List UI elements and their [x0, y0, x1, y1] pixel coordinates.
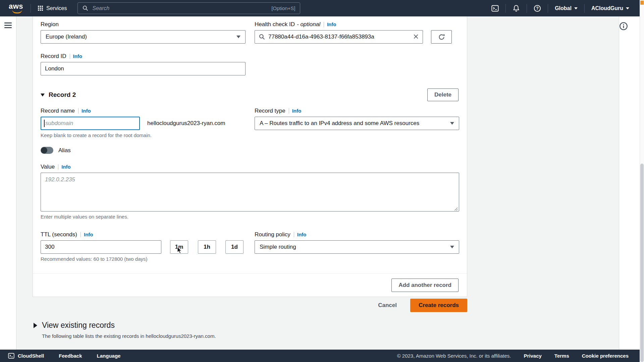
ttl-input[interactable] — [41, 240, 161, 254]
info-panel-icon[interactable] — [619, 22, 640, 31]
ttl-1h-button[interactable]: 1h — [198, 240, 216, 254]
existing-records-description: The following table lists the existing r… — [42, 333, 466, 339]
record-name-input[interactable] — [41, 117, 140, 130]
routing-policy-info-link[interactable]: Info — [294, 232, 307, 237]
ttl-helper-text: Recommended values: 60 to 172800 (two da… — [41, 256, 246, 262]
cancel-button[interactable]: Cancel — [378, 302, 397, 309]
ttl-1m-button[interactable]: 1m — [170, 240, 188, 254]
record-type-select[interactable]: A – Routes traffic to an IPv4 address an… — [255, 117, 459, 130]
global-search-box[interactable]: [Option+S] — [77, 2, 300, 14]
record2-section-title: Record 2 — [49, 91, 76, 99]
divider — [505, 4, 506, 13]
refresh-health-checks-button[interactable] — [431, 30, 452, 44]
domain-suffix-text: hellocloudgurus2023-ryan.com — [147, 120, 225, 127]
record-name-label: Record name — [41, 107, 75, 115]
divider — [31, 4, 31, 13]
alias-toggle[interactable] — [41, 147, 53, 154]
scrollbar-thumb[interactable] — [640, 164, 644, 362]
health-check-label: Health check ID — [255, 21, 295, 28]
privacy-link[interactable]: Privacy — [524, 353, 541, 359]
ttl-label: TTL (seconds) — [41, 231, 77, 238]
cloudshell-label: CloudShell — [18, 353, 44, 359]
top-navigation-bar: aws Services [Option+S] — [0, 0, 644, 16]
side-navigation-collapsed — [0, 16, 16, 350]
help-icon[interactable]: ? — [534, 5, 541, 12]
services-menu[interactable]: Services — [36, 5, 69, 11]
record-type-info-link[interactable]: Info — [289, 108, 302, 114]
region-selector[interactable]: Global — [555, 5, 578, 11]
chevron-down-icon — [236, 36, 240, 38]
aws-logo[interactable]: aws — [9, 3, 23, 13]
account-menu-label: ACloudGuru — [591, 5, 623, 11]
health-check-info-link[interactable]: Info — [324, 22, 336, 27]
value-info-link[interactable]: Info — [58, 164, 71, 170]
record-id-input[interactable] — [41, 62, 246, 75]
region-selector-label: Global — [555, 5, 572, 11]
text-cursor — [44, 120, 45, 127]
grid-icon — [38, 5, 43, 11]
aws-logo-text: aws — [9, 3, 23, 9]
routing-policy-label: Routing policy — [255, 231, 290, 238]
form-actions: Cancel Create records — [33, 299, 467, 312]
record-name-info-link[interactable]: Info — [78, 108, 91, 114]
routing-policy-select-value: Simple routing — [260, 244, 450, 250]
alias-toggle-knob — [41, 147, 47, 154]
health-check-optional-label: - optional — [297, 21, 320, 28]
record-name-helper-text: Keep blank to create a record for the ro… — [41, 132, 246, 138]
record-type-select-value: A – Routes traffic to an IPv4 address an… — [260, 120, 450, 127]
view-existing-records-expander[interactable]: View existing records — [34, 321, 466, 330]
region-select-value: Europe (Ireland) — [46, 34, 236, 40]
chevron-down-icon — [574, 7, 578, 9]
aws-logo-smile — [12, 9, 22, 13]
health-check-id-input[interactable] — [255, 30, 423, 44]
copyright-text: © 2023, Amazon Web Services, Inc. or its… — [397, 353, 511, 359]
svg-text:?: ? — [536, 6, 539, 11]
console-footer: CloudShell Feedback Language © 2023, Ama… — [0, 350, 644, 362]
ttl-1d-button[interactable]: 1d — [225, 240, 244, 254]
create-record-form-card: Region Europe (Ireland) Health check ID … — [33, 16, 467, 297]
record-id-label: Record ID — [41, 53, 66, 60]
value-textarea[interactable] — [41, 173, 459, 212]
chevron-down-icon — [626, 7, 629, 9]
cloudshell-footer-button[interactable]: CloudShell — [8, 353, 44, 359]
region-field-label: Region — [41, 21, 59, 28]
ttl-info-link[interactable]: Info — [80, 232, 93, 237]
clear-input-icon[interactable] — [413, 34, 419, 40]
notifications-bell-icon[interactable] — [513, 5, 520, 12]
create-records-button[interactable]: Create records — [410, 299, 467, 312]
search-icon — [259, 34, 265, 40]
alias-label: Alias — [58, 147, 71, 154]
help-panel-collapsed — [619, 16, 640, 350]
account-menu[interactable]: ACloudGuru — [591, 5, 629, 11]
routing-policy-select[interactable]: Simple routing — [255, 240, 459, 254]
language-link[interactable]: Language — [97, 353, 121, 359]
page-scrollbar[interactable] — [640, 0, 644, 362]
existing-records-section: View existing records The following tabl… — [34, 321, 466, 339]
value-helper-text: Enter multiple values on separate lines. — [41, 214, 459, 220]
search-input[interactable] — [92, 5, 268, 12]
add-another-record-button[interactable]: Add another record — [391, 279, 459, 292]
chevron-down-icon — [450, 122, 454, 125]
collapse-section-icon[interactable] — [41, 94, 45, 97]
terms-link[interactable]: Terms — [554, 353, 569, 359]
record-type-label: Record type — [255, 107, 285, 115]
region-select[interactable]: Europe (Ireland) — [41, 30, 246, 44]
cloudshell-icon — [8, 353, 14, 359]
scrollbar-marker — [640, 1, 644, 5]
divider — [527, 4, 527, 13]
existing-records-title: View existing records — [42, 321, 115, 330]
menu-hamburger-icon[interactable] — [4, 22, 12, 28]
chevron-down-icon — [450, 246, 454, 248]
divider — [584, 4, 585, 13]
delete-record-button[interactable]: Delete — [427, 88, 459, 101]
cookie-preferences-link[interactable]: Cookie preferences — [582, 353, 629, 359]
value-label: Value — [41, 163, 55, 171]
expand-section-icon — [34, 323, 37, 328]
record-id-info-link[interactable]: Info — [70, 54, 83, 59]
divider — [548, 4, 548, 13]
search-shortcut-hint: [Option+S] — [271, 5, 295, 11]
cloudshell-icon[interactable] — [491, 5, 499, 12]
search-icon — [83, 5, 88, 11]
services-label: Services — [46, 5, 67, 11]
feedback-link[interactable]: Feedback — [59, 353, 82, 359]
